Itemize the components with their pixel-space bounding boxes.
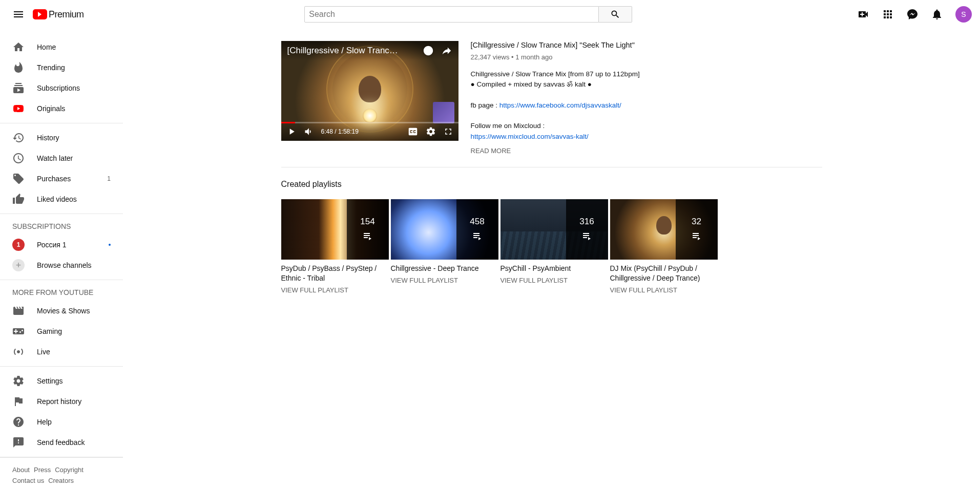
header-center: [304, 6, 632, 23]
video-meta: 22,347 views • 1 month ago: [471, 53, 822, 61]
view-full-playlist-link[interactable]: VIEW FULL PLAYLIST: [281, 286, 389, 294]
view-full-playlist-link[interactable]: VIEW FULL PLAYLIST: [391, 277, 498, 284]
captions-icon[interactable]: [407, 126, 419, 137]
playlist-icon: [581, 230, 593, 242]
sidebar-item-liked[interactable]: Liked videos: [0, 189, 123, 209]
playlist-icon: [362, 230, 374, 242]
sidebar-item-originals[interactable]: Originals: [0, 98, 123, 119]
playlist-card[interactable]: 316 PsyChill - PsyAmbient VIEW FULL PLAY…: [501, 199, 608, 294]
sidebar-item-label: Home: [37, 43, 111, 51]
content: [Chillgressive / Slow Trance Mix] "Seek……: [281, 41, 822, 294]
video-plus-icon: [857, 8, 869, 20]
originals-icon: [12, 102, 25, 115]
desc-line: ● Compiled + mixed by savvas ॐ kalt ●: [471, 79, 822, 90]
video-description: Chillgressive / Slow Trance Mix [from 87…: [471, 69, 822, 142]
trending-icon: [12, 61, 25, 74]
playlist-card[interactable]: 458 Chillgressive - Deep Trance VIEW FUL…: [391, 199, 498, 294]
apps-button[interactable]: [878, 4, 898, 25]
desc-line: fb page : https://www.facebook.com/djsav…: [471, 100, 822, 111]
logo-text: Premium: [49, 9, 84, 20]
playlist-thumbnail: 316: [501, 199, 608, 260]
video-title[interactable]: [Chillgressive / Slow Trance Mix] "Seek …: [471, 41, 822, 49]
header-right: S: [853, 4, 972, 25]
playlist-thumbnail: 32: [610, 199, 718, 260]
sidebar-item-label: Subscriptions: [37, 84, 111, 92]
playlist-count-overlay: 154: [347, 199, 389, 260]
playlist-title: Chillgressive - Deep Trance: [391, 264, 498, 273]
messages-button[interactable]: [902, 4, 923, 25]
sidebar-item-movies[interactable]: Movies & Shows: [0, 301, 123, 306]
sidebar-item-label: Россия 1: [37, 241, 109, 249]
desc-link-mixcloud[interactable]: https://www.mixcloud.com/savvas-kalt/: [471, 133, 589, 140]
notifications-button[interactable]: [927, 4, 947, 25]
read-more-button[interactable]: READ MORE: [471, 147, 822, 155]
menu-button[interactable]: [8, 4, 29, 25]
sidebar-heading-more: MORE FROM YOUTUBE: [0, 284, 123, 301]
channel-avatar-icon: 1: [12, 239, 25, 251]
bell-icon: [931, 8, 943, 20]
sidebar-item-home[interactable]: Home: [0, 37, 123, 57]
search-button[interactable]: [599, 6, 632, 23]
menu-icon: [12, 8, 25, 20]
playlist-icon: [471, 230, 484, 242]
main: [Chillgressive / Slow Trance Mix] "Seek……: [123, 29, 980, 306]
sidebar-item-label: Trending: [37, 63, 111, 72]
sidebar: Home Trending Subscriptions Originals Hi…: [0, 29, 123, 306]
player-top-bar: [Chillgressive / Slow Trance Mix] "Seek…: [281, 41, 458, 60]
channel-watermark-icon[interactable]: [433, 102, 454, 123]
playlist-title: PsyDub / PsyBass / PsyStep / Ethnic - Tr…: [281, 264, 389, 283]
desc-link-facebook[interactable]: https://www.facebook.com/djsavvaskalt/: [499, 101, 621, 109]
create-button[interactable]: [853, 4, 873, 25]
playlist-count: 458: [470, 217, 484, 227]
view-full-playlist-link[interactable]: VIEW FULL PLAYLIST: [610, 286, 718, 294]
view-full-playlist-link[interactable]: VIEW FULL PLAYLIST: [501, 277, 608, 284]
tag-icon: [12, 173, 25, 185]
sidebar-item-watch-later[interactable]: Watch later: [0, 148, 123, 168]
player-title: [Chillgressive / Slow Trance Mix] "Seek…: [287, 46, 400, 56]
sidebar-item-trending[interactable]: Trending: [0, 57, 123, 78]
playlist-count-overlay: 458: [456, 199, 498, 260]
desc-line: https://www.mixcloud.com/savvas-kalt/: [471, 132, 822, 142]
sidebar-section-subscriptions: SUBSCRIPTIONS 1 Россия 1 + Browse channe…: [0, 214, 123, 280]
logo[interactable]: Premium: [33, 9, 84, 20]
watch-later-icon[interactable]: [423, 45, 434, 56]
share-icon[interactable]: [441, 45, 452, 56]
featured-video: [Chillgressive / Slow Trance Mix] "Seek……: [281, 41, 822, 167]
subscriptions-icon: [12, 82, 25, 94]
sidebar-section-library: History Watch later Purchases 1 Liked vi…: [0, 123, 123, 214]
sidebar-item-browse-channels[interactable]: + Browse channels: [0, 255, 123, 275]
sidebar-item-subscriptions[interactable]: Subscriptions: [0, 78, 123, 98]
player-top-icons: [423, 45, 452, 56]
youtube-icon: [33, 9, 47, 19]
sidebar-item-label: Browse channels: [37, 261, 111, 269]
volume-icon[interactable]: [304, 126, 314, 137]
playlist-card[interactable]: 154 PsyDub / PsyBass / PsyStep / Ethnic …: [281, 199, 389, 294]
new-content-dot-icon: [109, 244, 111, 246]
sidebar-item-label: Liked videos: [37, 195, 111, 203]
clock-icon: [12, 152, 25, 164]
messages-icon: [906, 8, 919, 20]
fullscreen-icon[interactable]: [443, 126, 453, 137]
playlist-title: PsyChill - PsyAmbient: [501, 264, 608, 273]
play-icon[interactable]: [286, 126, 297, 137]
header: Premium S: [0, 0, 980, 29]
sidebar-subscription-item[interactable]: 1 Россия 1: [0, 235, 123, 255]
sidebar-section-more: MORE FROM YOUTUBE Movies & Shows Gaming …: [0, 280, 123, 306]
history-icon: [12, 132, 25, 144]
sidebar-item-purchases[interactable]: Purchases 1: [0, 168, 123, 189]
video-info: [Chillgressive / Slow Trance Mix] "Seek …: [471, 41, 822, 155]
sidebar-item-history[interactable]: History: [0, 127, 123, 148]
video-player[interactable]: [Chillgressive / Slow Trance Mix] "Seek……: [281, 41, 458, 141]
playlist-count: 32: [692, 217, 701, 227]
search-icon: [610, 9, 620, 19]
sidebar-item-label: History: [37, 134, 111, 142]
desc-line: Chillgressive / Slow Trance Mix [from 87…: [471, 69, 822, 79]
settings-gear-icon[interactable]: [426, 126, 436, 137]
search-input[interactable]: [304, 6, 599, 23]
playlist-card[interactable]: 32 DJ Mix (PsyChill / PsyDub / Chillgres…: [610, 199, 718, 294]
avatar[interactable]: S: [955, 6, 972, 23]
sidebar-item-badge: 1: [107, 175, 111, 182]
section-title-playlists: Created playlists: [281, 180, 822, 189]
playlist-count: 316: [579, 217, 594, 227]
player-time: 6:48 / 1:58:19: [321, 128, 359, 135]
